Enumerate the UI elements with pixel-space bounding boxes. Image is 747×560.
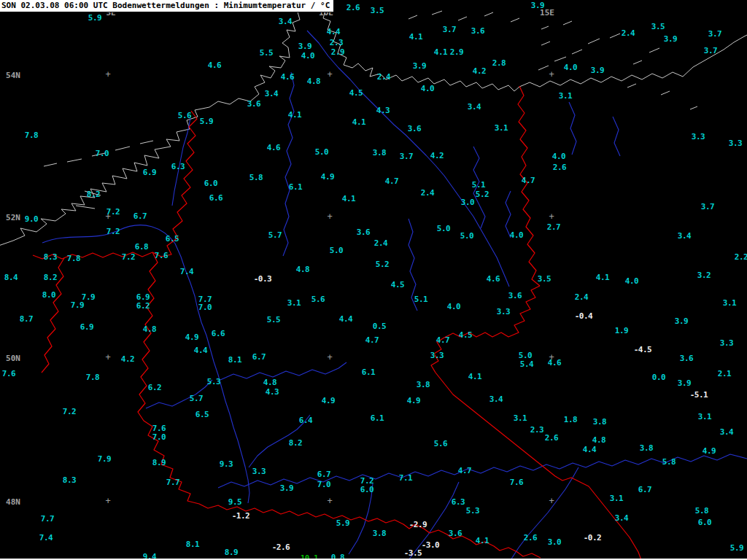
station-temp: 5.6 xyxy=(178,111,191,120)
station-temp: 4.9 xyxy=(703,446,716,456)
station-temp: 3.7 xyxy=(704,46,717,55)
station-temp: -1.2 xyxy=(232,511,250,521)
station-temp: 8.1 xyxy=(186,540,199,549)
station-temp: 4.2 xyxy=(473,66,486,76)
station-temp: 4.8 xyxy=(307,77,320,86)
station-temp: 3.7 xyxy=(400,152,413,161)
station-temp: 3.3 xyxy=(430,351,444,360)
station-temp: 4.4 xyxy=(339,314,352,324)
station-temp: 3.7 xyxy=(708,29,721,39)
station-temp: -5.1 xyxy=(690,390,708,400)
station-temp: 6.3 xyxy=(452,497,465,507)
station-temp: 7.2 xyxy=(107,207,120,217)
station-temp: 3.6 xyxy=(471,26,484,36)
station-temp: 0.0 xyxy=(652,373,665,382)
station-temp: 4.1 xyxy=(342,194,355,203)
station-temp: 4.6 xyxy=(208,61,221,70)
station-temp: 2.2 xyxy=(735,252,747,262)
station-temp: 3.1 xyxy=(514,413,527,423)
station-temp: 3.3 xyxy=(252,467,266,476)
station-temp: 6.7 xyxy=(252,352,266,362)
station-temp: 5.9 xyxy=(200,117,213,126)
station-temp: -0.2 xyxy=(584,533,602,542)
station-temp: 4.9 xyxy=(407,396,420,405)
station-temp: -2.9 xyxy=(409,520,427,529)
station-temp: 7.7 xyxy=(166,478,179,487)
station-temp: 2.6 xyxy=(524,533,537,542)
station-temp: 3.1 xyxy=(698,412,711,421)
graticule-cross: + xyxy=(327,69,332,79)
station-temp: 6.1 xyxy=(289,182,302,192)
station-temp: 3.1 xyxy=(559,91,572,101)
station-temp: 6.7 xyxy=(317,470,330,479)
station-temp: 2.6 xyxy=(347,3,360,12)
station-temp: 5.9 xyxy=(88,13,101,23)
station-temp: 6.6 xyxy=(212,329,225,338)
station-temp: 3.6 xyxy=(247,99,260,109)
station-temp: 9.5 xyxy=(228,497,241,507)
station-temp: 3.4 xyxy=(489,394,503,404)
station-temp: 3.0 xyxy=(548,537,561,547)
station-temp: 8.9 xyxy=(225,548,238,557)
graticule-cross: + xyxy=(105,69,110,79)
station-temp: 5.7 xyxy=(190,394,203,403)
latitude-label: 48N xyxy=(6,497,20,507)
graticule-cross: + xyxy=(105,496,110,506)
station-temp: 4.3 xyxy=(376,106,390,115)
station-temp: 7.1 xyxy=(399,473,412,483)
station-temp: 7.6 xyxy=(155,251,168,260)
station-temp: 3.9 xyxy=(298,42,311,51)
station-temp: 7.7 xyxy=(41,514,54,524)
station-temp: 7.4 xyxy=(180,267,193,276)
station-temp: 3.6 xyxy=(449,529,462,538)
station-temp: 4.3 xyxy=(266,387,279,397)
station-temp: 3.5 xyxy=(651,22,665,31)
station-temp: 2.9 xyxy=(331,47,344,57)
station-temp: 6.1 xyxy=(371,413,384,423)
station-temp: 4.1 xyxy=(596,273,609,282)
station-temp: 3.4 xyxy=(678,231,691,241)
station-temp: 8.3 xyxy=(63,475,76,485)
station-temp: 5.3 xyxy=(207,377,220,386)
station-temp: 5.7 xyxy=(268,230,282,240)
station-temp: 4.7 xyxy=(365,335,379,345)
station-temp: 4.5 xyxy=(349,88,363,98)
station-temp: 8.9 xyxy=(152,458,166,467)
station-temp: -3.5 xyxy=(404,548,422,558)
station-temp: 5.8 xyxy=(249,173,263,182)
station-temp: 8.1 xyxy=(228,355,241,365)
station-temp: 4.6 xyxy=(281,72,294,82)
station-temp: 1.8 xyxy=(564,415,577,424)
station-temp: 3.3 xyxy=(497,307,510,316)
station-temp: 9.3 xyxy=(220,459,233,469)
station-temp: 7.2 xyxy=(63,407,76,416)
graticule-cross: + xyxy=(549,211,554,222)
station-temp: 4.0 xyxy=(421,84,434,93)
station-temp: 4.4 xyxy=(327,27,340,36)
station-temp: -0.4 xyxy=(575,311,593,321)
station-temp: -0.3 xyxy=(254,274,272,284)
station-temp: 8.3 xyxy=(44,252,57,262)
station-temp: 5.6 xyxy=(311,295,325,304)
station-temp: 5.4 xyxy=(520,359,533,369)
station-temp: 4.1 xyxy=(352,117,365,127)
station-temp: 5.8 xyxy=(662,457,676,467)
station-temp: 4.7 xyxy=(436,335,449,345)
station-temp: 7.9 xyxy=(71,300,84,310)
station-temp: 4.8 xyxy=(296,265,309,274)
station-temp: 4.4 xyxy=(194,346,207,355)
station-temp: 3.7 xyxy=(443,25,456,34)
station-temp: 4.1 xyxy=(434,47,447,57)
station-temp: 7.8 xyxy=(86,373,99,382)
station-temp: 3.4 xyxy=(615,513,628,523)
station-temp: 6.5 xyxy=(166,234,179,244)
station-temp: 4.5 xyxy=(459,330,472,340)
graticule-cross: + xyxy=(327,496,332,506)
station-temp: 4.6 xyxy=(548,358,561,368)
station-temp: 3.5 xyxy=(371,6,384,15)
station-temp: 4.1 xyxy=(476,536,489,545)
station-temp: 3.8 xyxy=(417,380,430,389)
station-temp: 3.9 xyxy=(675,316,688,326)
station-temp: 5.8 xyxy=(695,506,708,516)
station-temp: 7.2 xyxy=(122,252,135,262)
